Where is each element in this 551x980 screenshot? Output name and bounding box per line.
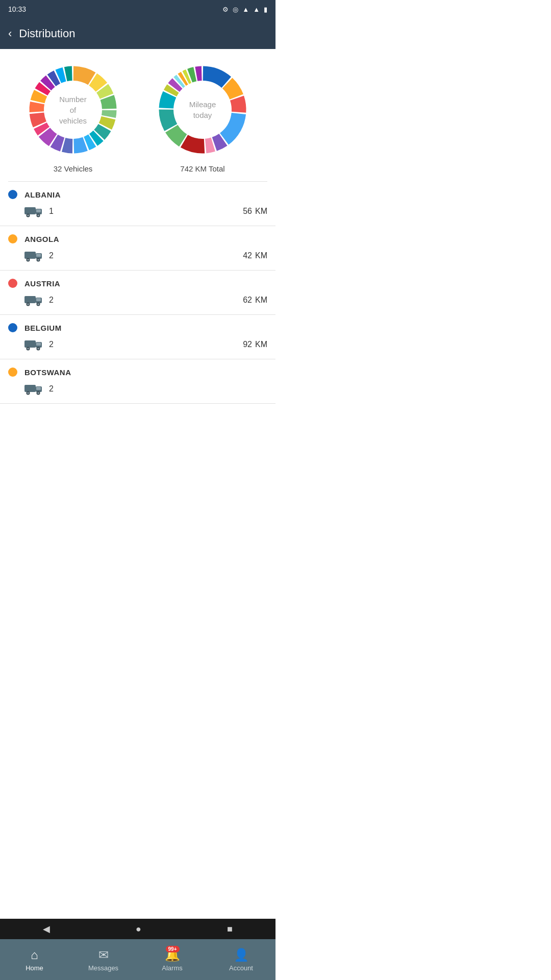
status-time: 10:33: [8, 5, 26, 13]
mileage-chart: Mileage today 742 KM Total: [154, 61, 251, 173]
svg-rect-9: [36, 254, 41, 257]
svg-point-25: [27, 348, 29, 350]
country-name: BOTSWANA: [24, 368, 71, 377]
svg-rect-23: [36, 342, 41, 346]
country-name: ALBANIA: [24, 190, 61, 199]
truck-info: 2: [24, 249, 54, 263]
truck-icon: [24, 337, 43, 352]
vehicles-chart: Number of vehicles 32 Vehicles: [24, 61, 121, 173]
country-detail: 2: [8, 382, 267, 403]
page-title: Distribution: [19, 27, 75, 40]
svg-rect-0: [24, 207, 36, 214]
svg-rect-14: [24, 296, 36, 303]
mileage-value: 56: [243, 207, 252, 216]
signal-icon: ▲: [253, 6, 260, 13]
country-name: ANGOLA: [24, 235, 59, 243]
country-color-dot: [8, 190, 17, 199]
truck-info: 1: [24, 204, 54, 218]
svg-rect-16: [36, 298, 41, 301]
settings-icon: ⚙: [222, 6, 229, 13]
mileage-value: 62: [243, 296, 252, 305]
svg-point-4: [27, 214, 29, 216]
country-name: BELGIUM: [24, 324, 62, 332]
mileage-unit: KM: [255, 251, 267, 260]
country-item: BOTSWANA 2: [0, 359, 276, 404]
vehicle-count: 2: [49, 340, 54, 349]
country-header: ALBANIA: [8, 190, 267, 199]
country-header: BOTSWANA: [8, 368, 267, 377]
vehicle-count: 1: [49, 207, 54, 216]
country-detail: 156KM: [8, 204, 267, 226]
mileage-unit: KM: [255, 207, 267, 216]
truck-icon: [24, 204, 43, 218]
svg-rect-2: [36, 209, 41, 212]
mileage-info: 92KM: [243, 340, 267, 349]
back-button[interactable]: ‹: [8, 27, 12, 40]
country-header: BELGIUM: [8, 323, 267, 332]
top-bar: ‹ Distribution: [0, 18, 276, 49]
battery-icon: ▮: [264, 6, 267, 13]
mileage-value: 92: [243, 340, 252, 349]
country-detail: 242KM: [8, 249, 267, 270]
mileage-donut: Mileage today: [154, 61, 251, 158]
country-item: BELGIUM 292KM: [0, 315, 276, 359]
svg-point-11: [27, 259, 29, 261]
country-detail: 292KM: [8, 337, 267, 359]
vehicle-count: 2: [49, 296, 54, 305]
svg-rect-21: [24, 340, 36, 348]
mileage-label: 742 KM Total: [180, 164, 224, 173]
svg-rect-28: [24, 385, 36, 392]
status-icons: ⚙ ◎ ▲ ▲ ▮: [222, 6, 267, 13]
wifi-icon: ▲: [242, 6, 249, 13]
svg-point-27: [37, 348, 39, 350]
mileage-info: 42KM: [243, 251, 267, 260]
country-name: AUSTRIA: [24, 279, 60, 288]
at-icon: ◎: [233, 6, 238, 13]
truck-icon: [24, 382, 43, 396]
svg-point-18: [27, 303, 29, 305]
mileage-value: 42: [243, 251, 252, 260]
truck-info: 2: [24, 337, 54, 352]
svg-rect-30: [36, 387, 41, 390]
country-item: AUSTRIA 262KM: [0, 271, 276, 315]
vehicle-count: 2: [49, 251, 54, 260]
country-header: AUSTRIA: [8, 279, 267, 288]
country-color-dot: [8, 323, 17, 332]
country-list: ALBANIA 156KMANGOLA 242KMAUSTRIA 262KMBE…: [0, 182, 276, 445]
truck-info: 2: [24, 293, 54, 307]
mileage-info: 62KM: [243, 296, 267, 305]
mileage-info: 56KM: [243, 207, 267, 216]
svg-point-20: [37, 303, 39, 305]
svg-point-13: [37, 259, 39, 261]
status-bar: 10:33 ⚙ ◎ ▲ ▲ ▮: [0, 0, 276, 18]
svg-point-6: [37, 214, 39, 216]
vehicles-donut: Number of vehicles: [24, 61, 121, 158]
truck-info: 2: [24, 382, 54, 396]
country-item: ANGOLA 242KM: [0, 226, 276, 271]
truck-icon: [24, 249, 43, 263]
svg-point-32: [27, 392, 29, 394]
country-item: ALBANIA 156KM: [0, 182, 276, 226]
country-color-dot: [8, 368, 17, 377]
charts-section: Number of vehicles 32 Vehicles Mileage t…: [0, 49, 276, 181]
svg-point-34: [37, 392, 39, 394]
country-header: ANGOLA: [8, 234, 267, 243]
country-color-dot: [8, 234, 17, 243]
country-detail: 262KM: [8, 293, 267, 314]
country-color-dot: [8, 279, 17, 288]
svg-rect-7: [24, 252, 36, 259]
mileage-unit: KM: [255, 340, 267, 349]
vehicle-count: 2: [49, 384, 54, 394]
truck-icon: [24, 293, 43, 307]
mileage-unit: KM: [255, 296, 267, 305]
vehicles-label: 32 Vehicles: [54, 164, 93, 173]
